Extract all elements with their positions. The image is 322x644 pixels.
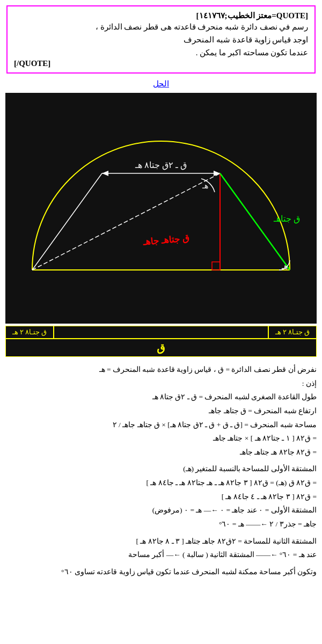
math-line12: المشتقة الثانية للمساحة = ٢ق٨٢ جاهـ جتاه… bbox=[5, 535, 317, 548]
math-line11: جاهـ = جذر٣ / ٢ ←—— هـ = ٦٠° bbox=[5, 518, 317, 531]
svg-text:هـ: هـ bbox=[281, 262, 288, 270]
diagram-svg: ق ـ ٢ق جتا٨ هـ ق جتاهـ ق جتاهـ جاهـ هـ ه… bbox=[5, 93, 317, 324]
math-deriv-label: المشتقة الأولى للمساحة بالنسبة للمتغير (… bbox=[5, 463, 317, 475]
svg-text:ق ـ ٢ق جتا٨ هـ: ق ـ ٢ق جتا٨ هـ bbox=[135, 160, 187, 170]
math-line14: وتكون أكبر مساحة ممكنة لشبه المنحرف عندم… bbox=[5, 566, 317, 579]
quote-line1: رسم في نصف دائرة شبه منحرف قاعدته هى قطر… bbox=[14, 20, 308, 33]
svg-text:هـ: هـ bbox=[202, 182, 208, 190]
solution-section: الحل bbox=[0, 79, 322, 89]
math-line1: نفرض أن قطر نصف الدائرة = ق ، قياس زاوية… bbox=[5, 363, 317, 376]
svg-rect-0 bbox=[5, 104, 317, 313]
solution-link[interactable]: الحل bbox=[153, 79, 169, 88]
quote-header: [QUOTE=معتز الخطيب;١٤١٧٦٧] bbox=[14, 11, 308, 20]
svg-text:ق جتاهـ: ق جتاهـ bbox=[273, 214, 300, 224]
bottom-right-label: ق جتـا٨ ٢ هـ bbox=[268, 326, 317, 339]
math-line2: إذن : bbox=[5, 377, 317, 390]
math-line8: = ق٨٢ ق (هـ) = ق٨٢ [ ٣ جا٨٢ هـ ـ هـ جتا٨… bbox=[5, 477, 317, 489]
math-line4: ارتفاع شبه المنحرف = ق جتاهـ جاهـ bbox=[5, 405, 317, 418]
math-line9: = ق٨٢ [ ٣ جا٨٢ هـ ـ ٤ جا٨٤ هـ ] bbox=[5, 491, 317, 503]
math-line13: عند هـ = ٦٠° ←—— المشتقة الثانية ( سالبة… bbox=[5, 548, 317, 561]
quote-line3: عندما تكون مساحته اكبر ما يمكن . bbox=[14, 46, 308, 59]
math-line6: = ق٨٢ [ ١ ـ جتا٨٢ هـ ] × جتاهـ جاهـ bbox=[5, 432, 317, 445]
bottom-labels-row: ق جتـا٨ ٢ هـ ق جتـا٨ ٢ هـ bbox=[5, 326, 317, 339]
quote-footer: [QUOTE/] bbox=[14, 59, 308, 68]
math-line5: مساحة شبه المنحرف = [ق ـ ق + ق ـ ٢ق جتا٨… bbox=[5, 419, 317, 431]
math-section: نفرض أن قطر نصف الدائرة = ق ، قياس زاوية… bbox=[5, 363, 317, 578]
diagram-container: ق ـ ٢ق جتا٨ هـ ق جتاهـ ق جتاهـ جاهـ هـ ه… bbox=[5, 93, 317, 324]
quote-line2: اوجد قياس زاوية قاعدة شبه المنحرف bbox=[14, 33, 308, 46]
math-line10: المشتقة الأولى = ٠ عند جاهـ = ٠ ←— هـ = … bbox=[5, 504, 317, 517]
bottom-left-label: ق جتـا٨ ٢ هـ bbox=[5, 326, 54, 339]
bottom-middle-label bbox=[54, 326, 268, 339]
math-line3: طول القاعدة الصغرى لشبه المنحرف = ق ـ ٢ق… bbox=[5, 391, 317, 404]
quote-box: [QUOTE=معتز الخطيب;١٤١٧٦٧] رسم في نصف دا… bbox=[6, 5, 316, 74]
math-line7: = ق٨٢ جا٨٢ هـ جتاهـ جاهـ bbox=[5, 446, 317, 459]
bottom-q-label: ق bbox=[5, 339, 317, 357]
